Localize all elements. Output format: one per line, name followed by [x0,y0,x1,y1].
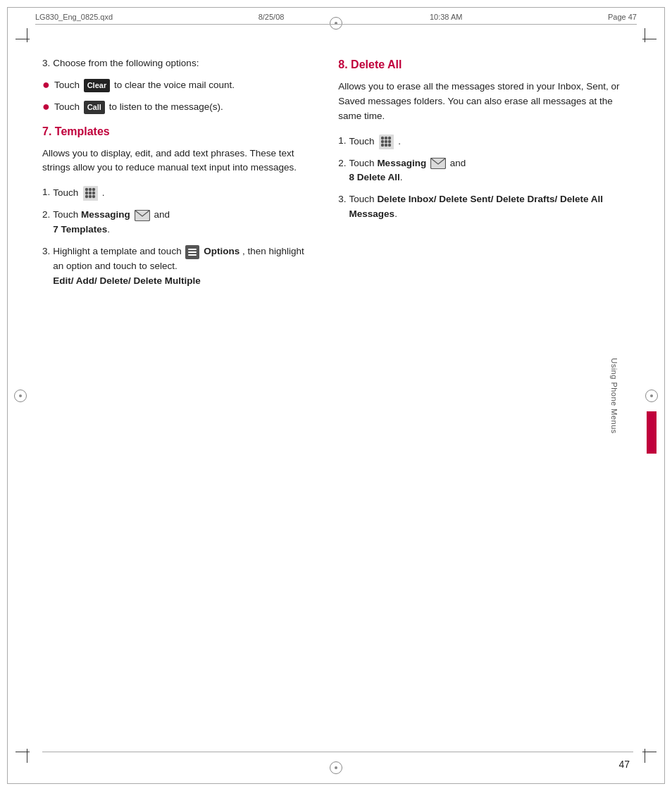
svg-point-7 [85,195,88,198]
section7-step1: 1. Touch [42,185,310,201]
crop-mark [645,28,645,42]
header-page: Page 47 [608,13,637,21]
svg-point-6 [92,192,95,194]
red-side-bar [647,411,657,454]
svg-point-21 [388,143,391,146]
header-file: LG830_Eng_0825.qxd [35,13,113,21]
section7-step3: 3. Highlight a template and touch Option… [42,244,310,289]
grid-icon-s8 [378,134,394,149]
left-column: 3. Choose from the following options: ● … [42,56,324,735]
content-area: 3. Choose from the following options: ● … [42,56,630,735]
section7-step2: 2. Touch Messaging and 7 Templates. [42,208,310,237]
bullet-list: ● Touch Clear to clear the voice mail co… [42,78,310,115]
s8-step3-num: 3. [338,192,346,222]
svg-point-4 [85,192,88,194]
svg-point-9 [92,195,95,198]
svg-point-13 [381,136,384,139]
svg-point-5 [89,192,92,194]
s8-step2-content: Touch Messaging and 8 Delete All. [349,156,630,186]
svg-point-1 [85,188,88,191]
step2-content: Touch Messaging and 7 Templates. [53,208,310,237]
step3-num: 3. [42,244,50,289]
crop-mark [15,752,30,752]
bullet-clear-text: Touch Clear to clear the voice mail coun… [54,78,235,93]
options-icon [185,245,199,259]
grid-icon [82,185,98,201]
svg-point-2 [89,188,92,191]
bottom-divider [42,752,633,752]
svg-point-8 [89,195,92,198]
section-7-heading: 7. Templates [42,123,310,141]
step-3-intro: 3. Choose from the following options: [42,56,310,71]
header-date: 8/25/08 [259,13,285,21]
step-3-num: 3. [42,56,50,71]
bullet-dot-2: ● [42,99,50,115]
page-number: 47 [618,759,630,770]
svg-point-19 [381,143,384,146]
section-8-heading: 8. Delete All [338,56,630,74]
s8-step2-num: 2. [338,156,346,186]
step3-content: Highlight a template and touch Options ,… [53,244,310,289]
messaging-envelope-icon [135,210,150,221]
svg-point-17 [385,139,387,142]
step1-content: Touch . [53,185,310,201]
bullet-dot: ● [42,77,50,93]
section8-step2: 2. Touch Messaging and 8 Delete All. [338,156,630,186]
page-header: LG830_Eng_0825.qxd 8/25/08 10:38 AM Page… [35,13,637,25]
s8-step3-content: Touch Delete Inbox/ Delete Sent/ Delete … [349,192,630,222]
registration-mark-left [14,390,27,402]
messaging-envelope-icon-s8 [430,158,446,169]
svg-point-18 [388,139,391,142]
registration-mark-right [645,390,658,402]
svg-point-15 [388,136,391,139]
step1-num: 1. [42,185,50,201]
crop-mark [27,749,27,763]
crop-mark [27,28,27,42]
svg-point-14 [385,136,387,139]
crop-mark [645,749,645,763]
section-7-body: Allows you to display, edit, and add tex… [42,147,310,176]
bullet-call-text: Touch Call to listen to the message(s). [54,100,223,115]
svg-point-3 [92,188,95,191]
s8-step1-num: 1. [338,134,346,149]
section8-step3: 3. Touch Delete Inbox/ Delete Sent/ Dele… [338,192,630,222]
bullet-item-clear: ● Touch Clear to clear the voice mail co… [42,78,310,93]
svg-point-20 [385,143,387,146]
registration-mark-bottom [330,761,342,774]
step-3-text: Choose from the following options: [53,56,310,71]
bullet-item-call: ● Touch Call to listen to the message(s)… [42,100,310,115]
right-column: 8. Delete All Allows you to erase all th… [324,56,630,735]
clear-button: Clear [84,79,111,92]
crop-mark [15,39,30,39]
section8-step1: 1. Touch [338,134,630,149]
header-time: 10:38 AM [430,13,462,21]
svg-point-16 [381,139,384,142]
call-button: Call [84,101,105,114]
section-8-body: Allows you to erase all the messages sto… [338,80,630,124]
step2-num: 2. [42,208,50,237]
s8-step1-content: Touch . [349,134,630,149]
